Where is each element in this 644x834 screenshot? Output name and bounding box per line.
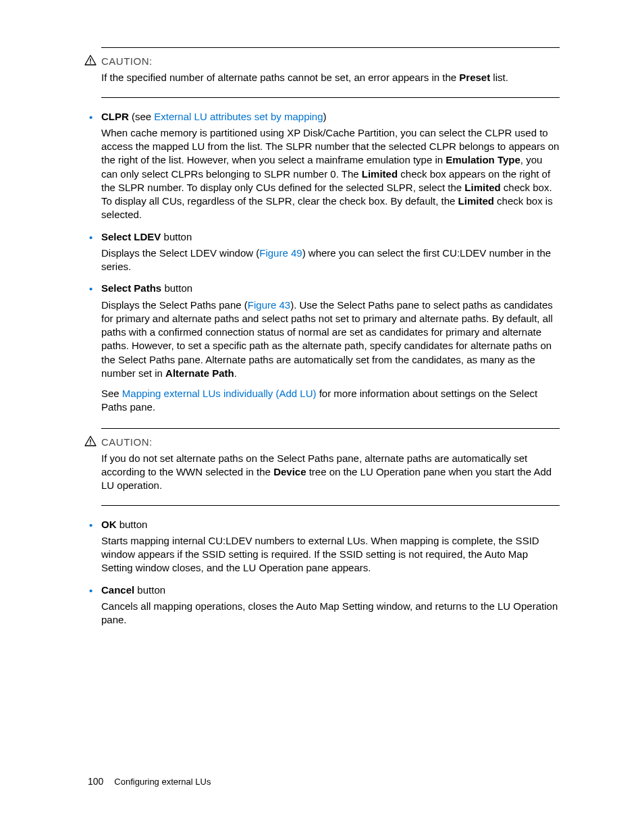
item-body: Displays the Select LDEV window (Figure … <box>101 246 560 274</box>
text-segment: Cancels all mapping operations, closes t… <box>101 600 560 627</box>
item-heading: Cancel button <box>101 583 560 597</box>
text-bold: Limited <box>362 168 398 180</box>
item-head-bold: Select Paths <box>101 282 161 294</box>
item-head-bold: CLPR <box>101 111 129 122</box>
text-segment: . <box>234 367 237 379</box>
caution-text: If you do not set alternate paths on the… <box>101 452 560 493</box>
text-bold: Limited <box>464 182 500 193</box>
item-body: Starts mapping internal CU:LDEV numbers … <box>101 534 560 575</box>
text-bold: Alternate Path <box>165 367 234 379</box>
page-number: 100 <box>88 776 103 787</box>
page-footer: 100Configuring external LUs <box>88 775 211 788</box>
text-bold: Limited <box>458 195 494 207</box>
text-bold: Emulation Type <box>446 154 520 165</box>
item-body: Cancels all mapping operations, closes t… <box>101 600 560 627</box>
caution-text-after: list. <box>490 72 508 83</box>
caution-text: If the specified number of alternate pat… <box>101 71 560 84</box>
footer-title: Configuring external LUs <box>114 777 211 787</box>
link-figure-49[interactable]: Figure 49 <box>259 247 302 259</box>
bullet-list-1: CLPR (see External LU attributes set by … <box>84 110 560 415</box>
item-head-bold: Select LDEV <box>101 231 161 242</box>
item-head-plain: button <box>161 231 192 242</box>
link-mapping-external-lus[interactable]: Mapping external LUs individually (Add L… <box>122 388 317 399</box>
text-segment: Displays the Select Paths pane ( <box>101 299 248 311</box>
item-head-plain: button <box>117 519 148 530</box>
caution-text-before: If the specified number of alternate pat… <box>101 72 459 83</box>
text-segment: Starts mapping internal CU:LDEV numbers … <box>101 534 560 575</box>
list-item-cancel: Cancel button Cancels all mapping operat… <box>101 583 560 627</box>
text-segment: Displays the Select LDEV window ( <box>101 247 259 259</box>
item-body: Displays the Select Paths pane (Figure 4… <box>101 298 560 415</box>
svg-rect-2 <box>90 439 90 442</box>
page-content: CAUTION: If the specified number of alte… <box>0 0 644 627</box>
caution-triangle-icon <box>84 55 97 66</box>
bullet-list-2: OK button Starts mapping internal CU:LDE… <box>84 518 560 627</box>
item-head-close: ) <box>323 111 327 122</box>
item-heading: Select Paths button <box>101 282 560 295</box>
link-figure-43[interactable]: Figure 43 <box>248 299 290 311</box>
list-item-ok: OK button Starts mapping internal CU:LDE… <box>101 518 560 575</box>
list-item-clpr: CLPR (see External LU attributes set by … <box>101 110 560 222</box>
list-item-select-paths: Select Paths button Displays the Select … <box>101 282 560 414</box>
item-heading: CLPR (see External LU attributes set by … <box>101 110 560 124</box>
caution-triangle-icon <box>84 436 97 446</box>
caution-block-1: CAUTION: If the specified number of alte… <box>101 47 560 98</box>
item-head-plain: button <box>134 584 165 596</box>
svg-rect-3 <box>90 443 90 444</box>
list-item-select-ldev: Select LDEV button Displays the Select L… <box>101 230 560 274</box>
link-external-lu-attributes[interactable]: External LU attributes set by mapping <box>154 111 323 122</box>
text-segment: See <box>101 388 122 399</box>
item-head-plain: button <box>161 282 192 294</box>
item-body: When cache memory is partitioned using X… <box>101 126 560 222</box>
caution-text-bold: Preset <box>459 72 490 83</box>
caution-label: CAUTION: <box>101 55 560 68</box>
svg-rect-1 <box>90 63 90 64</box>
item-head-plain: (see <box>129 111 155 122</box>
svg-rect-0 <box>90 59 90 62</box>
caution-block-2: CAUTION: If you do not set alternate pat… <box>101 428 560 506</box>
caution-label: CAUTION: <box>101 436 560 449</box>
caution-text-bold: Device <box>273 466 306 477</box>
item-head-bold: OK <box>101 519 117 530</box>
item-heading: Select LDEV button <box>101 230 560 244</box>
item-head-bold: Cancel <box>101 584 134 596</box>
item-heading: OK button <box>101 518 560 531</box>
